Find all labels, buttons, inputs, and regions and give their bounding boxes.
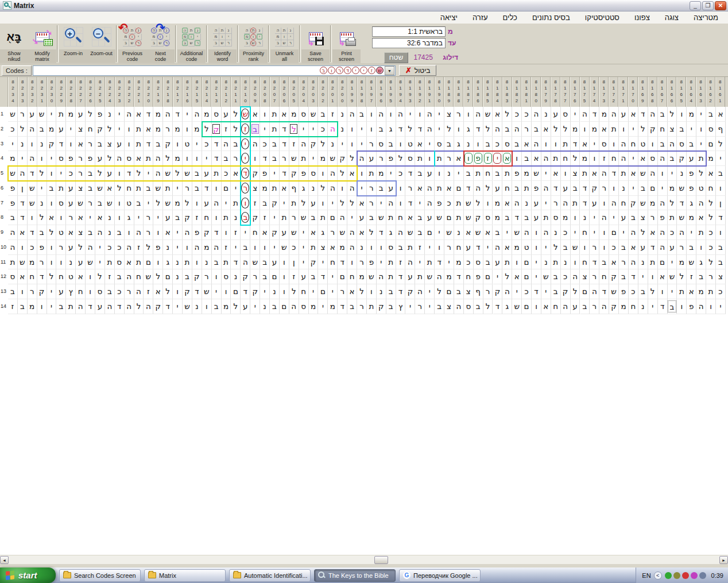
matrix-cell[interactable]: ז [222,240,231,255]
matrix-cell[interactable]: י [153,210,163,225]
matrix-cell[interactable]: ו [347,137,357,152]
matrix-cell[interactable]: ב [386,299,396,314]
matrix-cell[interactable]: ח [599,269,609,284]
matrix-cell[interactable]: ק [309,255,319,270]
matrix-cell[interactable]: ל [502,107,512,122]
matrix-cell[interactable]: ש [609,284,619,299]
matrix-cell[interactable]: י [435,107,444,122]
matrix-cell[interactable]: ע [270,255,280,270]
matrix-cell[interactable]: ב [241,240,250,255]
tray-icon-0[interactable] [665,572,672,579]
matrix-cell[interactable]: ב [677,122,687,137]
matrix-cell[interactable]: ע [687,151,696,166]
matrix-cell[interactable]: ל [706,196,716,211]
matrix-cell[interactable]: ח [551,299,561,314]
matrix-cell[interactable]: ת [502,255,512,270]
matrix-cell[interactable]: ו [599,225,609,240]
matrix-cell[interactable]: מ [66,107,76,122]
matrix-cell[interactable]: נ [260,299,270,314]
matrix-cell[interactable]: ו [318,166,328,181]
matrix-cell[interactable]: ע [299,269,309,284]
matrix-cell[interactable]: ו [386,107,396,122]
matrix-cell[interactable]: כ [202,137,212,152]
matrix-cell[interactable]: ן [716,196,726,211]
matrix-cell[interactable]: ף [716,122,726,137]
matrix-cell[interactable]: נ [192,299,202,314]
matrix-cell[interactable]: י [173,299,183,314]
matrix-cell[interactable]: ה [532,137,541,152]
matrix-cell[interactable]: כ [493,137,503,152]
matrix-cell[interactable]: ל [163,151,173,166]
matrix-cell[interactable]: נ [270,284,280,299]
matrix-cell[interactable]: י [318,255,328,270]
matrix-cell[interactable]: ם [648,181,658,196]
matrix-cell[interactable]: כ [609,240,619,255]
matrix-cell[interactable]: ב [8,210,18,225]
matrix-cell[interactable]: ו [677,107,687,122]
matrix-cell[interactable]: ו [396,181,406,196]
matrix-cell[interactable]: ת [56,181,66,196]
matrix-cell[interactable]: י [590,210,599,225]
matrix-cell[interactable]: ח [76,284,86,299]
scrollbar-thumb[interactable] [374,556,388,564]
matrix-cell[interactable]: ץ [66,284,76,299]
matrix-cell[interactable]: י [8,137,18,152]
matrix-cell[interactable]: ל [144,240,153,255]
save-screen-button[interactable]: ↳Save screen [301,24,330,64]
matrix-cell[interactable]: מ [173,196,183,211]
matrix-cell[interactable]: ה [696,299,706,314]
matrix-cell[interactable]: מ [28,255,37,270]
matrix-cell[interactable]: ל [37,166,47,181]
matrix-cell[interactable]: פ [95,107,105,122]
matrix-cell[interactable]: ר [56,240,66,255]
matrix-cell[interactable]: ד [28,166,37,181]
matrix-cell[interactable]: א [76,210,86,225]
matrix-cell[interactable]: ו [153,255,163,270]
matrix-cell[interactable]: א [648,225,658,240]
matrix-cell[interactable]: ר [454,107,464,122]
matrix-cell[interactable]: י [47,299,57,314]
matrix-cell[interactable]: ס [115,255,125,270]
menu-item-3[interactable]: סטטיסטיקו [578,11,627,24]
matrix-cell[interactable]: צ [76,181,86,196]
matrix-cell[interactable]: ע [532,210,541,225]
matrix-cell[interactable]: ו [18,240,28,255]
matrix-cell[interactable]: מ [648,196,658,211]
matrix-cell[interactable]: מ [192,122,202,137]
matrix-cell[interactable]: י [435,225,444,240]
matrix-cell[interactable]: ש [86,255,95,270]
matrix-cell[interactable]: א [144,122,153,137]
matrix-cell[interactable]: ו [192,255,202,270]
matrix-cell[interactable]: ק [270,225,280,240]
tray-icon-3[interactable] [691,572,698,579]
matrix-cell[interactable]: ל [47,269,57,284]
matrix-cell[interactable]: ש [377,210,386,225]
matrix-cell[interactable]: ד [18,196,28,211]
matrix-cell[interactable]: ה [629,255,638,270]
matrix-cell[interactable]: ה [571,269,580,284]
matrix-cell[interactable]: ע [95,299,105,314]
matrix-cell[interactable]: צ [464,284,474,299]
matrix-cell[interactable]: ת [270,122,280,137]
matrix-cell[interactable]: ק [250,284,260,299]
matrix-cell[interactable]: ט [66,269,76,284]
matrix-cell[interactable]: ש [163,196,173,211]
matrix-cell[interactable]: ש [28,181,37,196]
matrix-cell[interactable]: מ [202,240,212,255]
matrix-cell[interactable]: מ [522,166,532,181]
matrix-cell[interactable]: ב [716,166,726,181]
matrix-cell[interactable]: ק [474,210,483,225]
matrix-cell[interactable]: ו [115,166,125,181]
matrix-cell[interactable]: ס [561,107,571,122]
matrix-cell[interactable]: ב [192,181,202,196]
matrix-cell[interactable]: ד [629,269,638,284]
horizontal-scrollbar[interactable]: ◄ ► [0,555,728,564]
matrix-cell[interactable]: א [280,107,289,122]
matrix-cell[interactable]: ל [396,151,406,166]
matrix-cell[interactable]: פ [474,151,483,166]
matrix-cell[interactable]: ו [696,240,706,255]
matrix-cell[interactable]: א [415,181,425,196]
matrix-cell[interactable]: ת [571,196,580,211]
matrix-cell[interactable]: י [425,240,435,255]
matrix-cell[interactable]: פ [8,196,18,211]
